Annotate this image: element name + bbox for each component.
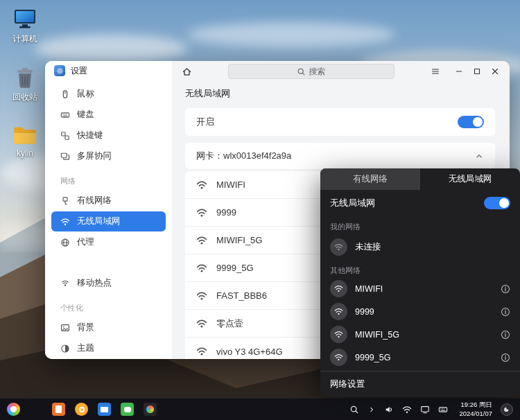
sidebar-item-wired-network[interactable]: 有线网络 [51, 191, 166, 211]
chevron-up-icon [474, 151, 484, 161]
network-icon-bg [330, 303, 347, 320]
wifi-icon [196, 180, 207, 191]
multiscreen-icon [60, 152, 70, 161]
search-icon [297, 67, 306, 76]
desktop-icon-computer[interactable]: 计算机 [0, 8, 50, 45]
sidebar-item-proxy[interactable]: 代理 [51, 232, 166, 252]
wifi-icon [196, 346, 207, 357]
adapter-card[interactable]: 网卡：wlx0013ef4f2a9a [185, 143, 495, 169]
chat-app-icon[interactable] [121, 403, 134, 416]
search-input[interactable]: 搜索 [228, 64, 395, 79]
sidebar-section-network: 网络 [45, 167, 172, 190]
network-icon-bg [330, 326, 347, 343]
wifi-icon [334, 330, 343, 339]
sidebar-item-multiscreen[interactable]: 多屏协同 [51, 146, 166, 166]
connection-status: 未连接 [355, 241, 510, 253]
tray-volume-button[interactable] [384, 405, 394, 414]
sidebar-item-label: 主题 [77, 342, 94, 354]
theme-icon [60, 344, 70, 353]
taskbar-left [7, 403, 157, 416]
sidebar-item-hotspot[interactable]: 移动热点 [51, 273, 166, 293]
network-popup: 有线网络 无线局域网 无线局域网 我的网络 未连接 其他网络 MIWIFI [320, 168, 520, 397]
sidebar-item-label: 鼠标 [77, 88, 94, 100]
tab-wired-network[interactable]: 有线网络 [320, 168, 420, 190]
sidebar-item-mouse[interactable]: 鼠标 [51, 84, 166, 104]
proxy-icon [60, 238, 70, 247]
night-mode-button[interactable] [501, 403, 513, 416]
moon-icon [503, 405, 511, 413]
mail-app-icon[interactable] [98, 403, 111, 416]
enable-label: 开启 [196, 116, 214, 128]
network-settings-link[interactable]: 网络设置 [320, 371, 520, 397]
home-icon [182, 67, 192, 77]
tray-network-button[interactable] [402, 405, 412, 414]
hotspot-icon [60, 279, 70, 288]
network-ssid: MIWIFI [355, 284, 493, 294]
popup-wlan-toggle[interactable] [484, 197, 510, 209]
network-icon-bg [330, 280, 347, 297]
sidebar-item-label: 移动热点 [77, 277, 112, 289]
network-info-button[interactable] [501, 330, 510, 340]
sidebar-item-label: 多屏协同 [77, 150, 112, 162]
adapter-label: 网卡：wlx0013ef4f2a9a [196, 150, 291, 162]
close-button[interactable] [486, 63, 504, 80]
sidebar-item-theme[interactable]: 主题 [51, 338, 166, 358]
display-icon [420, 405, 430, 414]
minimize-button[interactable] [450, 63, 468, 80]
files-app-icon[interactable] [52, 403, 65, 416]
current-network-row[interactable]: 未连接 [320, 234, 520, 260]
wifi-ssid: FAST_BBB6 [216, 290, 267, 301]
taskbar: 19:26 周日 2024/01/07 [0, 399, 520, 420]
computer-icon [13, 8, 37, 30]
wlan-enable-toggle[interactable] [458, 116, 484, 128]
taskbar-clock[interactable]: 19:26 周日 2024/01/07 [459, 401, 492, 418]
sidebar-section-personalization: 个性化 [45, 294, 172, 317]
popup-network-item[interactable]: MIWIFI [320, 277, 520, 300]
sidebar-item-label: 有线网络 [77, 195, 112, 207]
network-info-button[interactable] [501, 353, 510, 362]
search-icon [349, 405, 359, 414]
wifi-icon [196, 235, 207, 246]
wifi-ssid: 零点壹 [216, 317, 243, 330]
wifi-icon [196, 207, 207, 218]
popup-network-item[interactable]: MIWIFI_5G [320, 323, 520, 346]
network-info-button[interactable] [501, 307, 510, 317]
home-button[interactable] [177, 63, 196, 80]
page-title: 无线局域网 [185, 87, 495, 100]
maximize-button[interactable] [468, 63, 486, 80]
tab-wlan[interactable]: 无线局域网 [420, 168, 520, 190]
network-ssid: 9999_5G [355, 353, 493, 362]
desktop-icon-recycle-bin[interactable]: 回收站 [0, 67, 50, 103]
wifi-icon [402, 405, 412, 414]
wifi-icon [334, 284, 343, 293]
sidebar-item-label: 键盘 [77, 109, 94, 121]
collapse-button[interactable] [474, 151, 484, 161]
network-ssid: MIWIFI_5G [355, 330, 493, 340]
tray-search-button[interactable] [349, 405, 359, 414]
browser-app-icon[interactable] [75, 403, 88, 416]
desktop-icon-kylin-folder[interactable]: kylin [0, 125, 50, 158]
network-info-button[interactable] [501, 284, 510, 294]
wifi-ssid: vivo Y3 4G+64G [216, 347, 283, 357]
wifi-ssid: MIWIFI [216, 180, 245, 190]
sidebar-item-background[interactable]: 背景 [51, 317, 166, 338]
wifi-ssid: 9999_5G [216, 263, 254, 273]
close-icon [490, 67, 500, 76]
info-icon [501, 284, 510, 294]
popup-network-item[interactable]: 9999 [320, 300, 520, 323]
sidebar-spacer [45, 253, 172, 272]
tray-expand-button[interactable] [367, 405, 376, 414]
popup-network-item[interactable]: 9999_5G [320, 346, 520, 369]
menu-button[interactable] [426, 63, 444, 80]
wifi-icon [334, 243, 343, 252]
clock-date: 2024/01/07 [459, 410, 492, 418]
sidebar-item-shortcuts[interactable]: 快捷键 [51, 125, 166, 146]
info-icon [501, 330, 510, 340]
software-center-icon[interactable] [144, 403, 157, 416]
sidebar-item-keyboard[interactable]: 键盘 [51, 105, 166, 125]
tray-keyboard-button[interactable] [438, 405, 448, 414]
sidebar-item-wlan[interactable]: 无线局域网 [51, 211, 166, 231]
clock-time: 19:26 周日 [459, 401, 492, 409]
tray-display-button[interactable] [420, 405, 430, 414]
start-menu-button[interactable] [7, 403, 20, 416]
